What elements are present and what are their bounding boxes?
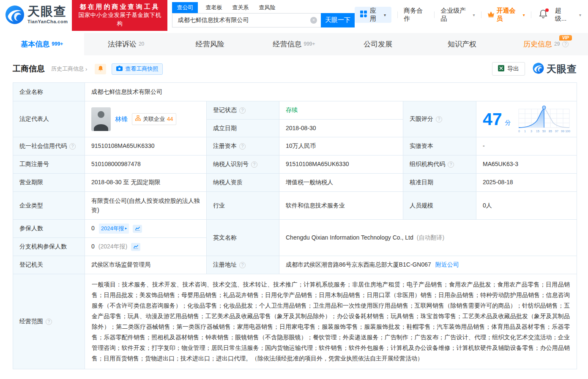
tab-count: 29 [554, 41, 560, 47]
export-button[interactable]: 导出 [492, 62, 525, 76]
question-icon[interactable]: ? [448, 161, 454, 168]
search-button[interactable]: 天眼一下 [321, 13, 355, 27]
top-header: 天眼查 TianYanCha.com 都在用的商业查询工具 国家中小企业发展子基… [0, 0, 588, 30]
section-title: 工商信息 [13, 63, 45, 74]
question-icon[interactable]: ? [69, 143, 76, 150]
export-button-label: 导出 [507, 65, 519, 73]
reg-address-label-text: 注册地址 [213, 261, 237, 269]
watermark-logo-icon [533, 63, 544, 76]
notifications-bell-icon[interactable] [539, 9, 547, 20]
establish-date-label: 成立日期 [207, 120, 279, 137]
search-input-wrap: × [172, 13, 321, 27]
approval-date-value: 2025-08-18 [476, 174, 577, 192]
branch-insured-label: 分支机构参保人数 [13, 238, 85, 256]
reg-capital-label: 注册资本 ? [207, 137, 279, 155]
search-tab-company[interactable]: 查公司 [172, 2, 198, 13]
tab-legal-litigation[interactable]: 法律诉讼20 [84, 33, 168, 55]
trend-chart-icon[interactable] [131, 243, 140, 251]
paid-capital-label: 实缴资本 [403, 137, 476, 155]
tab-operating-risk[interactable]: 经营风险 [168, 33, 252, 55]
tianyancha-logo[interactable]: 天眼查 TianYanCha.com [5, 5, 68, 25]
annual-report-chip[interactable]: 2024年报 ▸ [99, 224, 129, 234]
tab-company-development[interactable]: 公司发展 [336, 33, 420, 55]
legal-rep-photo[interactable] [91, 107, 111, 131]
search-tab-relation[interactable]: 查关系 [232, 4, 249, 13]
apps-label: 应用 [370, 7, 382, 23]
tab-label: 历史信息 [523, 39, 552, 49]
tab-label: 经营信息 [273, 39, 302, 49]
english-name-cell: Chengdu Qixian Information Technology Co… [279, 220, 577, 256]
tab-count: 999+ [304, 41, 315, 47]
excel-icon [498, 65, 504, 73]
question-icon[interactable]: ? [46, 319, 52, 325]
user-caret-icon[interactable]: ▾ [579, 13, 581, 17]
org-code-value: MA65UK63-3 [476, 155, 577, 174]
history-business-info-link[interactable]: 历史工商信息 › [51, 65, 87, 73]
taxpayer-id-label-text: 纳税人识别号 [213, 161, 249, 168]
business-coop-link[interactable]: 商务合作 [404, 7, 428, 23]
reg-status-label-text: 登记状态 [213, 106, 237, 114]
org-code-label: 组织机构代码 ? [403, 155, 476, 174]
nearby-companies-link[interactable]: 附近公司 [435, 260, 459, 270]
related-companies-badge[interactable]: 关联企业 44 [132, 113, 176, 125]
org-code-label-text: 组织机构代码 [410, 161, 445, 168]
score-label: 天眼评分 ? [403, 101, 476, 137]
search-tabs: 查公司 查老板 查关系 查风险 [172, 3, 355, 13]
tab-label: 法律诉讼 [108, 39, 137, 49]
question-icon[interactable]: ? [436, 116, 442, 123]
question-icon[interactable]: ? [562, 41, 569, 47]
monitor-bell-button[interactable] [95, 64, 106, 74]
question-icon[interactable]: ? [239, 262, 246, 268]
tab-label: 公司发展 [364, 39, 392, 49]
question-icon[interactable]: ? [251, 161, 257, 168]
staff-size-label: 人员规模 [403, 192, 476, 220]
promo-line2: 国家中小企业发展子基金旗下机构 [76, 11, 163, 27]
search-input[interactable] [172, 17, 321, 24]
business-scope-label: 经营范围 ? [13, 274, 85, 369]
score-value: 47 分 0 1 3 15 50 85 97 99 100 [476, 101, 577, 137]
tab-intellectual-property[interactable]: 知识产权 [420, 33, 504, 55]
business-term-label: 营业期限 [13, 174, 85, 192]
enterprise-product-link[interactable]: 企业级产品 ▾ [440, 7, 475, 23]
insured-count-cell: 0 2024年报 ▸ [85, 220, 207, 238]
business-info-section-header: 工商信息 历史工商信息 › 查看工商快照 导出 天眼查 [0, 55, 588, 82]
score-label-text: 天眼评分 [410, 115, 433, 123]
svg-text:99: 99 [561, 130, 564, 133]
english-name-label: 英文名称 [207, 220, 279, 256]
industry-value: 软件和信息技术服务业 [279, 192, 403, 220]
vip-caret-icon: ▾ [523, 13, 525, 17]
open-vip-label: 开通会员 [497, 7, 521, 23]
branch-insured-value: 0 [91, 242, 95, 251]
reg-status-value: 存续 [279, 101, 403, 120]
related-label: 关联企业 [143, 115, 165, 123]
question-icon[interactable]: ? [239, 107, 246, 114]
trend-chart-icon[interactable] [133, 225, 142, 233]
clear-search-icon[interactable]: × [310, 17, 317, 24]
branch-insured-cell: 0 (2024年报) [85, 238, 207, 256]
tab-label: 经营风险 [196, 39, 224, 49]
search-tab-risk[interactable]: 查风险 [259, 4, 275, 13]
reg-capital-label-text: 注册资本 [213, 142, 237, 150]
tab-count: 999+ [52, 41, 63, 47]
tab-history-info[interactable]: VIP 历史信息29 ? [504, 33, 588, 55]
question-icon[interactable]: ? [239, 143, 246, 150]
view-snapshot-button[interactable]: 查看工商快照 [112, 63, 163, 75]
promo-line1: 都在用的商业查询工具 [76, 2, 163, 11]
related-count: 44 [167, 115, 173, 123]
tianyancha-logo-icon [5, 5, 25, 25]
search-tab-boss[interactable]: 查老板 [205, 4, 222, 13]
tab-basic-info[interactable]: 基本信息999+ [0, 33, 84, 55]
apps-menu[interactable]: 应用 ▾ [355, 7, 391, 23]
tab-operating-info[interactable]: 经营信息999+ [252, 33, 336, 55]
user-account-link[interactable]: 超级... [555, 7, 572, 23]
open-vip-link[interactable]: 开通会员 ▾ [487, 7, 525, 23]
svg-text:85: 85 [549, 130, 552, 133]
org-chart-icon [135, 115, 141, 123]
chevron-right-icon: › [85, 66, 87, 72]
legal-rep-link[interactable]: 林锋 [115, 114, 128, 124]
reg-address-label: 注册地址 ? [207, 256, 279, 274]
reg-number-value: 510108000987478 [85, 155, 207, 174]
legal-rep-cell: 林锋 关联企业 44 [85, 101, 207, 137]
search-area: 查公司 查老板 查关系 查风险 × 天眼一下 [172, 3, 355, 27]
apps-caret-icon: ▾ [384, 13, 386, 17]
